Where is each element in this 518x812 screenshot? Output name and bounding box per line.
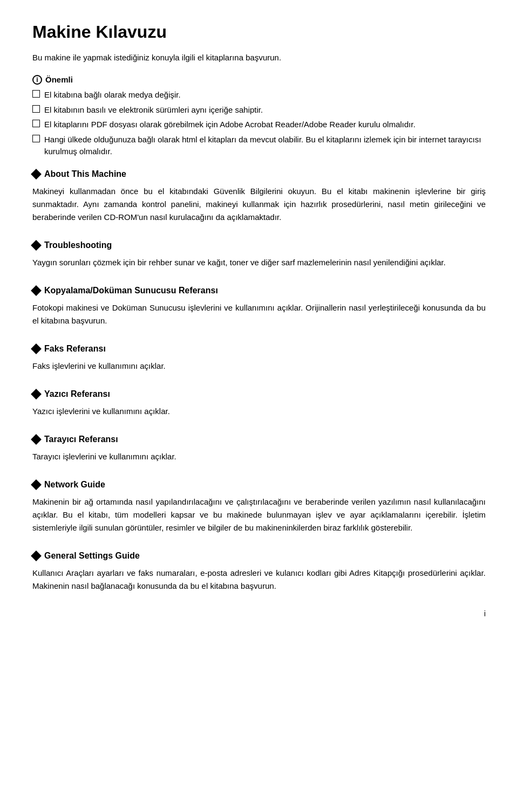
section-header-troubleshooting: Troubleshooting bbox=[32, 239, 486, 252]
page-title: Makine Kılavuzu bbox=[32, 22, 486, 42]
diamond-icon bbox=[31, 550, 42, 561]
section-body-fax-ref: Faks işlevlerini ve kullanımını açıklar. bbox=[32, 360, 486, 373]
bullet-text: Hangi ülkede olduğunuza bağlı olarak htm… bbox=[44, 134, 486, 158]
section-scanner-ref: Tarayıcı ReferansıTarayıcı işlevlerini v… bbox=[32, 433, 486, 463]
section-title-scanner-ref: Tarayıcı Referansı bbox=[44, 433, 118, 446]
important-bullet-item: Hangi ülkede olduğunuza bağlı olarak htm… bbox=[32, 134, 486, 158]
section-title-network-guide: Network Guide bbox=[44, 478, 105, 491]
section-fax-ref: Faks ReferansıFaks işlevlerini ve kullan… bbox=[32, 342, 486, 373]
intro-text: Bu makine ile yapmak istediğiniz konuyla… bbox=[32, 52, 486, 64]
section-network-guide: Network GuideMakinenin bir ağ ortamında … bbox=[32, 478, 486, 534]
checkbox-icon bbox=[32, 105, 40, 113]
important-icon: i bbox=[32, 75, 42, 85]
section-title-fax-ref: Faks Referansı bbox=[44, 342, 106, 355]
important-section: i Önemli El kitabına bağlı olarak medya … bbox=[32, 74, 486, 158]
diamond-icon bbox=[31, 285, 42, 296]
diamond-icon bbox=[31, 479, 42, 490]
section-title-about-this-machine: About This Machine bbox=[44, 168, 126, 181]
sections-container: About This MachineMakineyi kullanmadan ö… bbox=[32, 168, 486, 593]
page-number: i bbox=[484, 609, 486, 618]
section-header-copy-document-server-ref: Kopyalama/Doküman Sunucusu Referansı bbox=[32, 284, 486, 297]
section-title-troubleshooting: Troubleshooting bbox=[44, 239, 112, 252]
section-header-scanner-ref: Tarayıcı Referansı bbox=[32, 433, 486, 446]
section-general-settings-guide: General Settings GuideKullanıcı Araçları… bbox=[32, 549, 486, 593]
diamond-icon bbox=[31, 389, 42, 400]
important-bullet-item: El kitabının basılı ve elektronik sürüml… bbox=[32, 104, 486, 116]
checkbox-icon bbox=[32, 90, 40, 98]
important-bullets: El kitabına bağlı olarak medya değişir.E… bbox=[32, 89, 486, 158]
important-bullet-item: El kitaplarını PDF dosyası olarak görebi… bbox=[32, 119, 486, 131]
section-header-general-settings-guide: General Settings Guide bbox=[32, 549, 486, 562]
section-body-scanner-ref: Tarayıcı işlevlerini ve kullanımını açık… bbox=[32, 450, 486, 463]
diamond-icon bbox=[31, 240, 42, 251]
section-body-general-settings-guide: Kullanıcı Araçları ayarları ve faks numa… bbox=[32, 567, 486, 593]
section-header-network-guide: Network Guide bbox=[32, 478, 486, 491]
section-title-copy-document-server-ref: Kopyalama/Doküman Sunucusu Referansı bbox=[44, 284, 218, 297]
bullet-text: El kitabının basılı ve elektronik sürüml… bbox=[44, 104, 263, 116]
important-label: Önemli bbox=[45, 74, 73, 86]
section-header-fax-ref: Faks Referansı bbox=[32, 342, 486, 355]
section-body-about-this-machine: Makineyi kullanmadan önce bu el kitabınd… bbox=[32, 185, 486, 224]
section-printer-ref: Yazıcı ReferansıYazıcı işlevlerini ve ku… bbox=[32, 388, 486, 418]
diamond-icon bbox=[31, 169, 42, 180]
section-body-troubleshooting: Yaygın sorunları çözmek için bir rehber … bbox=[32, 256, 486, 269]
diamond-icon bbox=[31, 343, 42, 354]
important-heading: i Önemli bbox=[32, 74, 486, 86]
section-title-general-settings-guide: General Settings Guide bbox=[44, 549, 140, 562]
section-copy-document-server-ref: Kopyalama/Doküman Sunucusu ReferansıFoto… bbox=[32, 284, 486, 327]
section-about-this-machine: About This MachineMakineyi kullanmadan ö… bbox=[32, 168, 486, 224]
bullet-text: El kitaplarını PDF dosyası olarak görebi… bbox=[44, 119, 415, 131]
important-bullet-item: El kitabına bağlı olarak medya değişir. bbox=[32, 89, 486, 101]
section-header-printer-ref: Yazıcı Referansı bbox=[32, 388, 486, 401]
section-body-copy-document-server-ref: Fotokopi makinesi ve Doküman Sunucusu iş… bbox=[32, 301, 486, 327]
diamond-icon bbox=[31, 434, 42, 445]
section-header-about-this-machine: About This Machine bbox=[32, 168, 486, 181]
section-body-printer-ref: Yazıcı işlevlerini ve kullanımını açıkla… bbox=[32, 405, 486, 418]
section-title-printer-ref: Yazıcı Referansı bbox=[44, 388, 110, 401]
section-body-network-guide: Makinenin bir ağ ortamında nasıl yapılan… bbox=[32, 496, 486, 534]
checkbox-icon bbox=[32, 120, 40, 127]
bullet-text: El kitabına bağlı olarak medya değişir. bbox=[44, 89, 181, 101]
checkbox-icon bbox=[32, 135, 40, 142]
section-troubleshooting: TroubleshootingYaygın sorunları çözmek i… bbox=[32, 239, 486, 269]
